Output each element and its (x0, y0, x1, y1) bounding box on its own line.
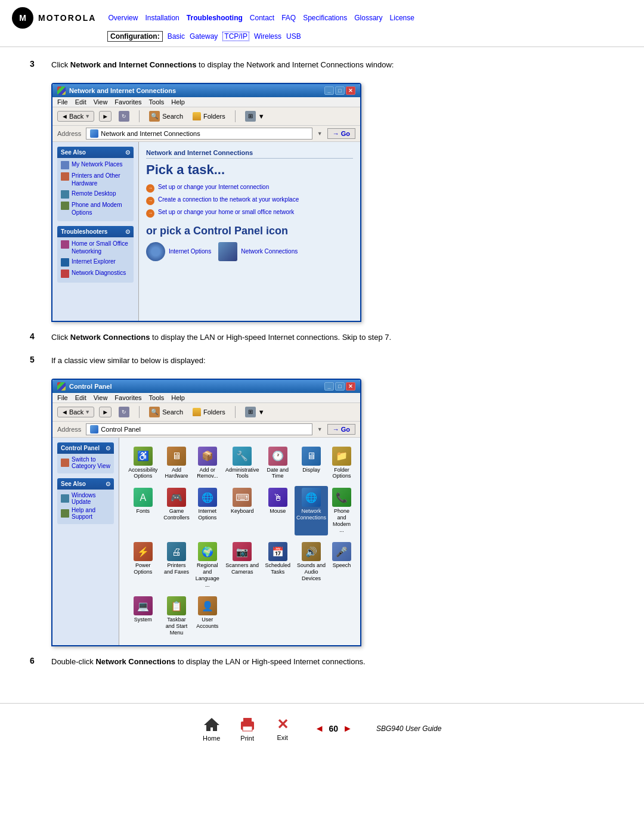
task-item-1[interactable]: → Set up or change your Internet connect… (146, 184, 353, 193)
sidebar-link-phone[interactable]: Phone and Modem Options (61, 201, 130, 216)
grid-item-regional[interactable]: 🌍 Regional and Language ... (194, 540, 221, 590)
forward-button-1[interactable]: ► (99, 111, 112, 122)
grid-item-speech[interactable]: 🎤 Speech (330, 540, 353, 590)
cp-link-category-view[interactable]: Switch to Category View (61, 456, 110, 469)
grid-item-user-accounts[interactable]: 👤 User Accounts (194, 594, 221, 637)
refresh-button-2[interactable]: ↻ (116, 405, 132, 419)
grid-item-phone-modem[interactable]: 📞 Phone and Modem ... (330, 486, 353, 535)
nav-faq[interactable]: FAQ (281, 14, 296, 22)
menu-view-2[interactable]: View (94, 394, 108, 401)
menu-help-2[interactable]: Help (171, 394, 185, 401)
grid-item-mouse[interactable]: 🖱 Mouse (263, 486, 292, 535)
cp-section-collapse-2[interactable]: ⊙ (106, 481, 110, 487)
close-button-2[interactable]: ✕ (346, 382, 355, 391)
cp-link-help-support[interactable]: Help and Support (61, 507, 110, 520)
grid-item-add-hardware[interactable]: 🖥 Add Hardware (162, 445, 191, 482)
sidebar-collapse-icon-1[interactable]: ⊙ (125, 149, 130, 156)
maximize-button-1[interactable]: □ (335, 86, 345, 95)
config-wireless[interactable]: Wireless (254, 32, 281, 41)
back-button-1[interactable]: ◄ Back ▼ (57, 111, 94, 122)
menu-file-2[interactable]: File (57, 394, 68, 401)
minimize-button-1[interactable]: _ (324, 86, 334, 95)
menu-tools-2[interactable]: Tools (149, 394, 165, 401)
search-button-2[interactable]: 🔍 Search (147, 405, 185, 419)
back-button-2[interactable]: ◄ Back ▼ (57, 407, 94, 417)
config-basic[interactable]: Basic (168, 32, 185, 41)
view-button-2[interactable]: ⊞ ▼ (243, 405, 267, 419)
grid-item-internet-options[interactable]: 🌐 Internet Options (194, 486, 221, 535)
home-button[interactable]: Home (203, 716, 221, 742)
search-button-1[interactable]: 🔍 Search (147, 110, 185, 123)
menu-edit-2[interactable]: Edit (75, 394, 86, 401)
grid-item-fonts[interactable]: A Fonts (126, 486, 159, 535)
menu-favorites-1[interactable]: Favorites (114, 98, 141, 106)
menu-view-1[interactable]: View (94, 98, 108, 106)
folders-button-2[interactable]: Folders (190, 407, 228, 417)
sidebar-link-printers[interactable]: Printers and Other Hardware (61, 172, 130, 187)
grid-item-keyboard[interactable]: ⌨ Keyboard (224, 486, 261, 535)
menu-tools-1[interactable]: Tools (149, 98, 165, 106)
nav-license[interactable]: License (390, 14, 414, 22)
sidebar-link-mynetwork[interactable]: My Network Places (61, 160, 130, 169)
sidebar-collapse-icon-2[interactable]: ⊙ (125, 228, 130, 235)
grid-item-accessibility[interactable]: ♿ Accessibility Options (126, 445, 159, 482)
system-label: System (134, 617, 152, 623)
go-button-1[interactable]: → Go (327, 128, 355, 139)
grid-item-power[interactable]: ⚡ Power Options (126, 540, 159, 590)
grid-item-admin-tools[interactable]: 🔧 Administrative Tools (224, 445, 261, 482)
grid-item-add-remove[interactable]: 📦 Add or Remov... (194, 445, 221, 482)
maximize-button-2[interactable]: □ (335, 382, 345, 391)
grid-item-network-connections[interactable]: 🌐 Network Connections (295, 486, 328, 535)
minimize-button-2[interactable]: _ (324, 382, 334, 391)
address-field-2[interactable]: Control Panel (86, 423, 312, 435)
address-dropdown-2[interactable]: ▼ (317, 426, 323, 432)
grid-item-system[interactable]: 💻 System (126, 594, 159, 637)
grid-item-sounds[interactable]: 🔊 Sounds and Audio Devices (295, 540, 328, 590)
view-button-1[interactable]: ⊞ ▼ (243, 110, 267, 123)
nav-specifications[interactable]: Specifications (303, 14, 347, 22)
sidebar-link-netdiag[interactable]: Network Diagnostics (61, 269, 130, 278)
cp-link-windows-update[interactable]: Windows Update (61, 492, 110, 505)
grid-item-scanners[interactable]: 📷 Scanners and Cameras (224, 540, 261, 590)
forward-button-2[interactable]: ► (99, 407, 112, 417)
config-tcpip[interactable]: TCP/IP (222, 32, 249, 41)
nav-installation[interactable]: Installation (145, 14, 179, 22)
grid-item-game[interactable]: 🎮 Game Controllers (162, 486, 191, 535)
address-dropdown-1[interactable]: ▼ (317, 131, 323, 137)
menu-edit-1[interactable]: Edit (75, 98, 86, 106)
refresh-button-1[interactable]: ↻ (116, 110, 132, 123)
grid-item-date-time[interactable]: 🕐 Date and Time (263, 445, 292, 482)
exit-button[interactable]: ✕ Exit (274, 716, 291, 741)
icon-internet-options[interactable]: Internet Options (146, 242, 211, 261)
sidebar-link-homenetwork[interactable]: Home or Small Office Networking (61, 240, 130, 255)
nav-overview[interactable]: Overview (108, 14, 138, 22)
sidebar-link-remote[interactable]: Remote Desktop (61, 190, 130, 199)
nav-troubleshooting[interactable]: Troubleshooting (187, 14, 243, 22)
config-usb[interactable]: USB (286, 32, 301, 41)
grid-item-folder-options[interactable]: 📁 Folder Options (330, 445, 353, 482)
config-gateway[interactable]: Gateway (190, 32, 218, 41)
grid-item-display[interactable]: 🖥 Display (295, 445, 328, 482)
address-field-1[interactable]: Network and Internet Connections (86, 128, 312, 140)
grid-item-scheduled[interactable]: 📅 Scheduled Tasks (263, 540, 292, 590)
go-button-2[interactable]: → Go (327, 424, 355, 435)
menu-favorites-2[interactable]: Favorites (114, 394, 141, 401)
icon-network-connections[interactable]: Network Connections (218, 242, 298, 261)
task-item-2[interactable]: → Create a connection to the network at … (146, 196, 353, 205)
grid-item-taskbar[interactable]: 📋 Taskbar and Start Menu (162, 594, 191, 637)
svg-rect-4 (243, 718, 252, 723)
close-button-1[interactable]: ✕ (346, 86, 355, 95)
folders-icon-2 (193, 408, 201, 416)
menu-file-1[interactable]: File (57, 98, 68, 106)
task-item-3[interactable]: → Set up or change your home or small of… (146, 209, 353, 218)
print-button[interactable]: Print (239, 716, 256, 742)
cp-section-collapse-1[interactable]: ⊙ (106, 445, 110, 451)
nav-glossary[interactable]: Glossary (354, 14, 382, 22)
prev-page-button[interactable]: ◄ (315, 723, 324, 734)
grid-item-printers[interactable]: 🖨 Printers and Faxes (162, 540, 191, 590)
nav-contact[interactable]: Contact (250, 14, 274, 22)
folders-button-1[interactable]: Folders (190, 111, 228, 122)
menu-help-1[interactable]: Help (171, 98, 185, 106)
next-page-button[interactable]: ► (343, 723, 352, 734)
sidebar-link-ie[interactable]: Internet Explorer (61, 258, 130, 267)
